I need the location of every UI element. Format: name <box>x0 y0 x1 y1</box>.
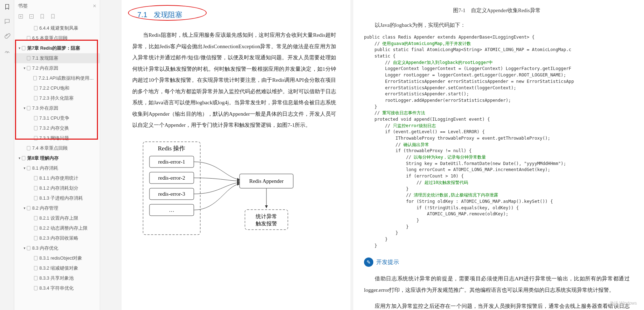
toc-row[interactable]: 6.4.4 规避复制风暴 <box>14 23 100 33</box>
bookmark-icon <box>34 26 38 30</box>
remove-bookmark-icon[interactable] <box>50 14 56 20</box>
toc-row[interactable]: 7.4 本章重点回顾 <box>14 143 100 153</box>
body-paragraph: 当Redis阻塞时，线上应用服务应该最先感知到，这时应用方会收到大量Redis超… <box>132 30 336 131</box>
toc-label: 8.2.2 动态调整内存上限 <box>39 225 88 232</box>
bookmark-icon <box>34 86 38 90</box>
figure-diagram: Redis 操作 redis-error-1 redis-error-2 red… <box>132 138 336 246</box>
bookmark-icon <box>34 196 38 200</box>
toc-label: 7.2.1 API或数据结构使用不合理 <box>39 75 98 82</box>
add-bookmark-icon[interactable] <box>39 14 45 20</box>
expand-arrow-icon[interactable]: ▾ <box>22 105 26 111</box>
bookmarks-icon[interactable] <box>4 4 10 11</box>
tip-paragraph: 借助日志系统统计异常的前提是，需要项目必须使用日志API进行异常统一输出，比如所… <box>364 273 630 296</box>
toc-row[interactable]: 7.1 发现阻塞 <box>14 53 100 63</box>
toc-label: 8.3.3 共享对象池 <box>39 275 74 282</box>
toc-label: 8.1.1 内存使用统计 <box>39 175 78 182</box>
svg-rect-14 <box>245 210 288 230</box>
toc-row[interactable]: 8.3.3 共享对象池 <box>14 273 100 283</box>
toc-label: 7.3.1 CPU竞争 <box>39 115 69 122</box>
toc-label: 7.1 发现阻塞 <box>32 55 58 62</box>
toc-label: 7.4 本章重点回顾 <box>32 145 68 152</box>
toc-row[interactable]: ▾8.2 内存管理 <box>14 203 100 213</box>
sidebar-title: 书签 <box>18 3 93 9</box>
toc-row[interactable]: 8.1.3 子进程内存消耗 <box>14 193 100 203</box>
section-title-text: 发现阻塞 <box>154 11 182 19</box>
toc-label: 7.2 内在原因 <box>32 65 58 72</box>
toc-row[interactable]: ▾8.3 内存优化 <box>14 243 100 253</box>
section-number: 7.1 <box>137 11 147 19</box>
toc-label: 8.3.1 redisObject对象 <box>39 255 83 262</box>
toc-row[interactable]: ▾第7章 Redis的噩梦：阻塞 <box>14 43 100 53</box>
bookmark-icon <box>21 156 26 160</box>
toc-label: 8.3.4 字符串优化 <box>39 285 74 292</box>
bookmark-icon <box>34 236 38 240</box>
toc-row[interactable]: 7.2.1 API或数据结构使用不合理 <box>14 73 100 83</box>
toc-row[interactable]: 8.3.2 缩减键值对象 <box>14 263 100 273</box>
svg-text:…: … <box>169 207 174 213</box>
expand-arrow-icon[interactable]: ▾ <box>22 205 26 211</box>
toc-row[interactable]: 8.3.1 redisObject对象 <box>14 253 100 263</box>
toc-row[interactable]: ▾第8章 理解内存 <box>14 153 100 163</box>
toc-tree: 6.4.4 规避复制风暴6.5 本章重点回顾▾第7章 Redis的噩梦：阻塞7.… <box>14 23 100 310</box>
bookmark-icon <box>34 216 38 220</box>
svg-text:Redis Appender: Redis Appender <box>249 178 284 184</box>
expand-icon[interactable] <box>18 14 24 20</box>
attachment-icon[interactable] <box>4 33 10 40</box>
toc-row[interactable]: 8.3.4 字符串优化 <box>14 283 100 293</box>
expand-arrow-icon[interactable]: ▾ <box>22 65 26 71</box>
svg-text:触发报警: 触发报警 <box>256 221 277 226</box>
toc-row[interactable]: 7.3.3 网络问题 <box>14 133 100 143</box>
page-gutter <box>100 0 122 310</box>
toc-row[interactable]: 8.2.3 内存回收策略 <box>14 233 100 243</box>
toc-label: 8.1 内存消耗 <box>32 165 58 172</box>
bookmark-icon <box>34 96 38 100</box>
toc-row[interactable]: 7.2.2 CPU饱和 <box>14 83 100 93</box>
svg-text:redis-error-1: redis-error-1 <box>158 159 185 165</box>
sidebar-toolbar <box>14 12 100 23</box>
bookmark-icon <box>34 276 38 280</box>
toc-label: 8.3 内存优化 <box>32 245 58 252</box>
bookmark-icon <box>34 176 38 180</box>
toc-row[interactable]: 8.2.2 动态调整内存上限 <box>14 223 100 233</box>
toc-row[interactable]: ▾7.3 外在原因 <box>14 103 100 113</box>
toc-row[interactable]: 7.2.3 持久化阻塞 <box>14 93 100 103</box>
toc-label: 8.2.3 内存回收策略 <box>39 235 78 242</box>
expand-arrow-icon[interactable]: ▾ <box>17 45 21 51</box>
toc-row[interactable]: 6.5 本章重点回顾 <box>14 33 100 43</box>
toc-row[interactable]: 8.1.1 内存使用统计 <box>14 173 100 183</box>
close-icon[interactable]: × <box>93 3 96 9</box>
expand-arrow-icon[interactable]: ▾ <box>22 165 26 171</box>
tip-label: 开发提示 <box>376 259 399 266</box>
toc-row[interactable]: 8.2.1 设置内存上限 <box>14 213 100 223</box>
toc-row[interactable]: 7.3.2 内存交换 <box>14 123 100 133</box>
signature-icon[interactable] <box>4 48 10 55</box>
diagram-svg: Redis 操作 redis-error-1 redis-error-2 red… <box>132 138 304 245</box>
bookmark-icon <box>26 246 31 250</box>
toc-label: 8.1.2 内存消耗划分 <box>39 185 78 192</box>
svg-text:统计异常: 统计异常 <box>256 214 277 219</box>
toc-label: 8.1.3 子进程内存消耗 <box>39 195 83 202</box>
tip-icon: ✎ <box>364 258 373 267</box>
bookmark-icon <box>26 36 31 40</box>
bookmark-icon <box>21 46 26 50</box>
collapse-icon[interactable] <box>29 14 34 20</box>
toc-row[interactable]: ▾7.2 内在原因 <box>14 63 100 73</box>
toc-label: 第7章 Redis的噩梦：阻塞 <box>27 45 80 52</box>
page-left: 7.1发现阻塞 当Redis阻塞时，线上应用服务应该最先感知到，这时应用方会收到… <box>122 0 350 310</box>
toc-row[interactable]: ▾8.1 内存消耗 <box>14 163 100 173</box>
bookmarks-sidebar: 书签 × 6.4.4 规避复制风暴6.5 本章重点回顾▾第7章 Redis的噩梦… <box>14 0 100 310</box>
toc-row[interactable]: 7.3.1 CPU竞争 <box>14 113 100 123</box>
toc-label: 8.3.2 缩减键值对象 <box>39 265 78 272</box>
figure-caption: 图7-1 自定义Appender收集Redis异常 <box>364 7 630 14</box>
toc-label: 7.3.2 内存交换 <box>39 125 69 132</box>
comment-icon[interactable] <box>4 18 10 26</box>
code-intro: 以Java的logback为例，实现代码如下： <box>364 22 630 29</box>
toc-label: 6.4.4 规避复制风暴 <box>39 25 78 32</box>
expand-arrow-icon[interactable]: ▾ <box>17 155 21 161</box>
bookmark-icon <box>26 166 31 170</box>
toc-label: 8.2.1 设置内存上限 <box>39 215 78 222</box>
bookmark-icon <box>26 206 31 210</box>
icon-rail <box>0 0 14 310</box>
expand-arrow-icon[interactable]: ▾ <box>22 245 26 251</box>
toc-row[interactable]: 8.1.2 内存消耗划分 <box>14 183 100 193</box>
